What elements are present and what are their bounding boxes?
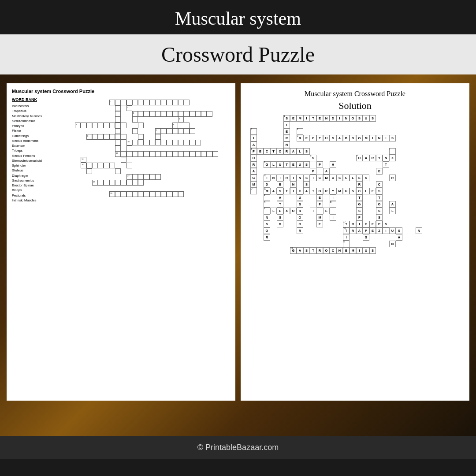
word-item: Gluteus [12, 168, 69, 173]
word-item: Intrinsic Muscles [12, 198, 69, 203]
word-item: Rectus Femoris [12, 153, 69, 158]
subtitle-bar: Crossword Puzzle [0, 34, 476, 74]
word-item: Biceps [12, 188, 69, 193]
word-item: Gastrocnemius [12, 178, 69, 183]
top-header: Muscular system [0, 0, 476, 34]
word-item: Intercostals [12, 104, 69, 108]
solution-grid: .sc { display:inline-flex; align-items:c… [250, 115, 469, 254]
word-item: Sphincter [12, 163, 69, 168]
word-item: Semitendinosus [12, 119, 69, 123]
word-bank-section: WORD BANK Intercostals Trapezius Mastica… [12, 97, 69, 401]
footer-text: © PrintableBazaar.com [197, 443, 279, 452]
puzzles-row: Muscular system Crossword Puzzle WORD BA… [7, 83, 469, 401]
word-bank-label: WORD BANK [12, 97, 69, 102]
word-item: Triceps [12, 148, 69, 153]
word-item: Extensor [12, 143, 69, 148]
left-panel: Muscular system Crossword Puzzle WORD BA… [7, 83, 235, 401]
word-item: Hamstrings [12, 134, 69, 138]
word-item: Erector Spinae [12, 183, 69, 188]
word-item: Trapezius [12, 108, 69, 113]
solution-panel-title: Muscular system Crossword Puzzle [246, 90, 464, 98]
left-grid-area: 1 2 [69, 97, 230, 401]
right-panel: Muscular system Crossword Puzzle Solutio… [241, 83, 469, 401]
footer: © PrintableBazaar.com [0, 436, 476, 459]
word-item: Masticatory Muscles [12, 114, 69, 119]
word-item: Sternocleidomastoid [12, 158, 69, 163]
solution-label: Solution [246, 100, 464, 112]
left-panel-title: Muscular system Crossword Puzzle [12, 89, 230, 94]
word-item: Pectorals [12, 193, 69, 198]
main-title: Muscular system [0, 8, 476, 29]
subtitle: Crossword Puzzle [0, 42, 476, 67]
word-bank-list: Intercostals Trapezius Masticatory Muscl… [12, 104, 69, 203]
word-item: Pharynx [12, 123, 69, 128]
word-item: Diaphragm [12, 173, 69, 178]
word-item: Rectus Abdominis [12, 138, 69, 143]
background-section: Muscular system Crossword Puzzle WORD BA… [0, 74, 476, 436]
word-item: Flexor [12, 128, 69, 133]
